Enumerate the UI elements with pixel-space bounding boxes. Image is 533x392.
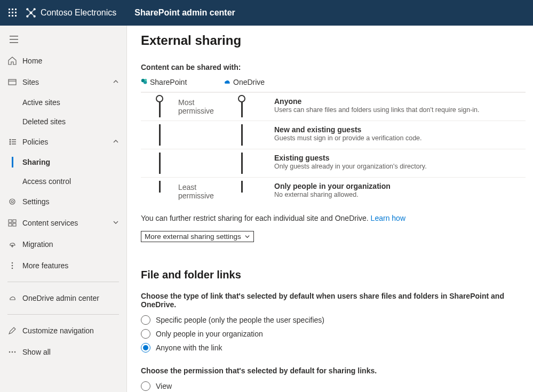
level-title: New and existing guests bbox=[274, 125, 526, 134]
onedrive-slider-handle[interactable] bbox=[238, 95, 245, 102]
nav-access-control[interactable]: Access control bbox=[0, 172, 126, 191]
svg-rect-16 bbox=[10, 42, 18, 43]
svg-rect-27 bbox=[9, 220, 12, 222]
brand-logo-icon bbox=[26, 7, 36, 18]
sharepoint-slider-segment[interactable] bbox=[141, 153, 223, 174]
nav-policies-label: Policies bbox=[22, 138, 113, 146]
nav-migration[interactable]: Migration bbox=[0, 234, 126, 255]
sharepoint-slider-segment[interactable] bbox=[141, 124, 223, 146]
level-sub: Users can share files and folders using … bbox=[274, 106, 526, 114]
onedrive-slider-segment[interactable] bbox=[223, 181, 271, 202]
nav-more-features-label: More features bbox=[22, 261, 119, 270]
svg-rect-29 bbox=[9, 223, 12, 226]
sharing-level-row: Existing guests Only guests already in y… bbox=[141, 149, 526, 178]
level-sub: Only guests already in your organization… bbox=[274, 163, 526, 170]
nav-active-sites-label: Active sites bbox=[22, 98, 60, 107]
nav-sharing[interactable]: Sharing bbox=[0, 153, 126, 172]
chevron-down-icon bbox=[113, 219, 119, 227]
expander-label: More external sharing settings bbox=[145, 233, 241, 241]
sharepoint-icon bbox=[141, 78, 148, 86]
onedrive-slider-segment[interactable] bbox=[223, 124, 271, 146]
gear-icon bbox=[7, 197, 17, 206]
radio-anyone[interactable]: Anyone with the link bbox=[141, 343, 526, 353]
svg-rect-24 bbox=[12, 143, 16, 145]
sharepoint-slider-segment[interactable]: Most permissive bbox=[141, 96, 223, 117]
radio-specific-people[interactable]: Specific people (only the people the use… bbox=[141, 315, 526, 325]
svg-point-21 bbox=[10, 141, 11, 143]
svg-rect-30 bbox=[13, 223, 16, 226]
content-shared-with-label: Content can be shared with: bbox=[141, 63, 526, 71]
radio-label: Anyone with the link bbox=[156, 343, 222, 352]
svg-rect-8 bbox=[15, 15, 17, 17]
col-onedrive: OneDrive bbox=[223, 78, 271, 90]
svg-rect-3 bbox=[9, 12, 10, 13]
nav-onedrive-admin[interactable]: OneDrive admin center bbox=[0, 287, 126, 309]
default-link-type-question: Choose the type of link that's selected … bbox=[141, 292, 526, 309]
file-folder-links-title: File and folder links bbox=[141, 269, 526, 281]
nav-more-features[interactable]: More features bbox=[0, 255, 126, 276]
nav-active-sites[interactable]: Active sites bbox=[0, 93, 126, 112]
nav-migration-label: Migration bbox=[22, 240, 119, 249]
sharing-level-row: Least permissive Only people in your org… bbox=[141, 178, 526, 205]
sharing-level-row: New and existing guests Guests must sign… bbox=[141, 121, 526, 149]
nav-settings[interactable]: Settings bbox=[0, 191, 126, 212]
nav-deleted-sites[interactable]: Deleted sites bbox=[0, 112, 126, 131]
policies-icon bbox=[7, 137, 17, 147]
onedrive-slider-segment[interactable] bbox=[223, 96, 271, 117]
slider-column-headers: SharePoint OneDrive bbox=[141, 78, 526, 90]
radio-label: View bbox=[156, 382, 172, 390]
restrict-info-text: You can further restrict sharing for eac… bbox=[141, 214, 371, 222]
cloud-icon bbox=[7, 293, 17, 303]
nav-policies[interactable]: Policies bbox=[0, 131, 126, 153]
svg-point-35 bbox=[12, 351, 13, 353]
nav-customize-label: Customize navigation bbox=[22, 326, 119, 335]
svg-rect-0 bbox=[9, 9, 10, 10]
sharing-slider-area: Most permissive Anyone Users can share f… bbox=[141, 92, 526, 205]
level-sub: No external sharing allowed. bbox=[274, 191, 526, 198]
nav-settings-label: Settings bbox=[22, 197, 119, 206]
more-external-sharing-expander[interactable]: More external sharing settings bbox=[141, 231, 254, 242]
svg-rect-4 bbox=[12, 12, 13, 13]
svg-rect-7 bbox=[12, 15, 13, 17]
radio-icon bbox=[141, 329, 150, 339]
collapse-nav-button[interactable] bbox=[0, 29, 126, 50]
nav-divider bbox=[7, 314, 119, 315]
nav-divider bbox=[7, 282, 119, 282]
svg-point-39 bbox=[145, 79, 147, 82]
nav-customize[interactable]: Customize navigation bbox=[0, 320, 126, 341]
radio-org-only[interactable]: Only people in your organization bbox=[141, 329, 526, 339]
radio-icon bbox=[141, 315, 150, 325]
sites-icon bbox=[7, 77, 17, 87]
nav-content-services[interactable]: Content services bbox=[0, 212, 126, 234]
radio-view[interactable]: View bbox=[141, 381, 526, 391]
nav-sharing-label: Sharing bbox=[22, 158, 50, 166]
sharepoint-slider-handle[interactable] bbox=[156, 95, 163, 102]
nav-home[interactable]: Home bbox=[0, 50, 126, 71]
onedrive-icon bbox=[223, 78, 231, 86]
brand-name: Contoso Electronics bbox=[41, 8, 116, 18]
brand[interactable]: Contoso Electronics bbox=[26, 7, 116, 18]
nav-sites-label: Sites bbox=[22, 78, 113, 86]
svg-rect-6 bbox=[9, 15, 10, 17]
onedrive-slider-segment[interactable] bbox=[223, 153, 271, 174]
svg-rect-17 bbox=[9, 79, 16, 85]
chevron-up-icon bbox=[113, 78, 119, 86]
learn-how-link[interactable]: Learn how bbox=[371, 214, 405, 222]
page-title: External sharing bbox=[141, 33, 526, 48]
level-title: Anyone bbox=[274, 97, 526, 106]
col-sharepoint: SharePoint bbox=[141, 78, 223, 90]
svg-point-32 bbox=[12, 265, 13, 267]
nav-show-all[interactable]: Show all bbox=[0, 341, 126, 363]
nav-sites[interactable]: Sites bbox=[0, 71, 126, 93]
restrict-info: You can further restrict sharing for eac… bbox=[141, 214, 526, 222]
col-onedrive-label: OneDrive bbox=[233, 78, 265, 86]
home-icon bbox=[7, 56, 17, 66]
sharepoint-slider-segment[interactable]: Least permissive bbox=[141, 181, 223, 202]
more-icon bbox=[7, 261, 17, 270]
svg-rect-2 bbox=[15, 9, 17, 10]
nav-deleted-sites-label: Deleted sites bbox=[22, 117, 66, 126]
app-launcher-button[interactable] bbox=[2, 2, 23, 23]
ellipsis-icon bbox=[7, 347, 17, 357]
svg-point-31 bbox=[12, 262, 13, 264]
svg-rect-20 bbox=[12, 139, 16, 140]
